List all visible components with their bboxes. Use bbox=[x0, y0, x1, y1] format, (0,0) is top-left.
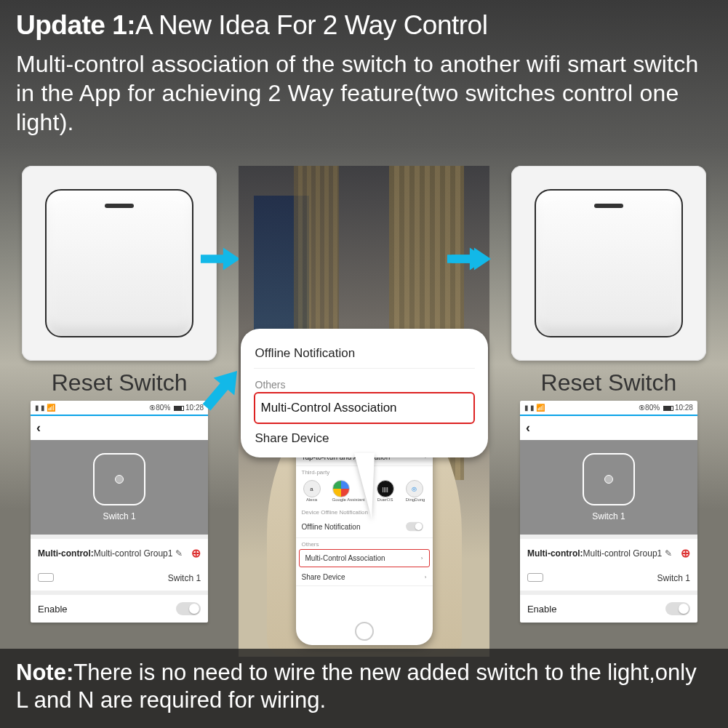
phone-mock-left: ▮ ▮ 📶 ⦿80% 10:28 ‹ Switch 1 Multi-contro… bbox=[31, 401, 208, 623]
note-prefix: Note: bbox=[16, 660, 73, 685]
arrow-right-icon bbox=[199, 244, 241, 273]
back-button[interactable]: ‹ bbox=[520, 416, 697, 440]
rocker-button[interactable] bbox=[535, 189, 683, 337]
device-preview: Switch 1 bbox=[31, 440, 208, 535]
multicontrol-row[interactable]: Multi-control:Multi-control Group1 ✎ ⊕ bbox=[31, 535, 208, 567]
device-preview: Switch 1 bbox=[520, 440, 697, 535]
switch-label-right: Reset Switch bbox=[541, 369, 677, 396]
status-bar: ▮ ▮ 📶 ⦿80% 10:28 bbox=[31, 401, 208, 416]
signal-icons: ▮ ▮ 📶 bbox=[35, 404, 55, 412]
phone-mock-right: ▮ ▮ 📶 ⦿80% 10:28 ‹ Switch 1 Multi-contro… bbox=[520, 401, 697, 623]
callout-bubble: Offline Notification Others Multi-Contro… bbox=[241, 329, 488, 457]
center-column: Tap-to-Run and Automation› Third-party a… bbox=[239, 166, 489, 657]
page-subtitle: Multi-control association of the switch … bbox=[0, 47, 728, 143]
google-assistant-icon[interactable] bbox=[332, 480, 350, 497]
enable-row: Enable bbox=[520, 591, 697, 623]
enable-row: Enable bbox=[31, 591, 208, 623]
battery-time: ⦿80% 10:28 bbox=[639, 404, 693, 412]
mca-row[interactable]: Multi-Control Association› bbox=[299, 549, 430, 567]
dingdong-icon[interactable]: ◎ bbox=[406, 480, 423, 497]
callout-others-label: Others bbox=[254, 369, 475, 392]
mini-switch-icon bbox=[38, 573, 54, 582]
left-column: Reset Switch ▮ ▮ 📶 ⦿80% 10:28 ‹ Switch 1 bbox=[0, 166, 239, 657]
home-button-icon[interactable] bbox=[355, 622, 374, 641]
sim-icon: ▮ bbox=[524, 404, 529, 412]
sim-icon: ▮ bbox=[35, 404, 39, 412]
status-bar: ▮ ▮ 📶 ⦿80% 10:28 bbox=[520, 401, 697, 416]
back-button[interactable]: ‹ bbox=[31, 416, 208, 440]
mc-label: Multi-control: bbox=[38, 548, 94, 559]
others-label: Others bbox=[296, 538, 433, 548]
device-name-label: Switch 1 bbox=[592, 511, 625, 521]
switch-item-row[interactable]: Switch 1 bbox=[520, 567, 697, 591]
title-rest: A New Idea For 2 Way Control bbox=[135, 10, 487, 40]
toggle-icon[interactable] bbox=[176, 602, 201, 615]
toggle-icon[interactable] bbox=[665, 602, 690, 615]
callout-tail bbox=[354, 453, 375, 519]
toggle-icon[interactable] bbox=[406, 522, 423, 532]
plus-icon[interactable]: ⊕ bbox=[191, 546, 201, 560]
signal-icon: ▮ bbox=[530, 404, 535, 412]
signal-icon: ▮ bbox=[41, 404, 45, 412]
share-row[interactable]: Share Device› bbox=[296, 569, 433, 586]
page-title: Update 1:A New Idea For 2 Way Control bbox=[0, 0, 728, 47]
device-power-button[interactable] bbox=[93, 453, 145, 505]
main-columns: Reset Switch ▮ ▮ 📶 ⦿80% 10:28 ‹ Switch 1 bbox=[0, 166, 728, 657]
battery-time: ⦿80% 10:28 bbox=[149, 404, 204, 412]
callout-share: Share Device bbox=[254, 424, 475, 446]
callout-offline: Offline Notification bbox=[254, 339, 475, 369]
mini-switch-icon bbox=[527, 573, 543, 582]
edit-icon[interactable]: ✎ bbox=[665, 548, 672, 559]
mc-value: Multi-control Group1 bbox=[94, 548, 173, 559]
alexa-icon[interactable]: a bbox=[303, 480, 321, 497]
edit-icon[interactable]: ✎ bbox=[175, 548, 183, 559]
multicontrol-row[interactable]: Multi-control:Multi-control Group1 ✎ ⊕ bbox=[520, 535, 697, 567]
switch-item-row[interactable]: Switch 1 bbox=[31, 567, 208, 591]
enable-label: Enable bbox=[38, 604, 67, 615]
physical-switch-right bbox=[511, 166, 706, 361]
rocker-button[interactable] bbox=[45, 189, 193, 337]
device-name-label: Switch 1 bbox=[103, 511, 135, 521]
dueros-icon[interactable]: |||| bbox=[377, 480, 394, 497]
right-column: Reset Switch ▮ ▮ 📶 ⦿80% 10:28 ‹ Switch 1 bbox=[489, 166, 728, 657]
offline-row[interactable]: Offline Notification bbox=[296, 516, 433, 538]
plus-icon[interactable]: ⊕ bbox=[681, 546, 690, 560]
switch-label-left: Reset Switch bbox=[52, 369, 188, 396]
callout-mca[interactable]: Multi-Control Association bbox=[254, 392, 475, 424]
switch-item-label: Switch 1 bbox=[168, 573, 201, 583]
title-prefix: Update 1: bbox=[16, 10, 135, 40]
device-power-button[interactable] bbox=[583, 453, 635, 505]
note-body: There is no need to wire the new added s… bbox=[16, 660, 697, 713]
wifi-icon: 📶 bbox=[47, 404, 55, 412]
wifi-icon: 📶 bbox=[536, 404, 545, 412]
physical-switch-left bbox=[22, 166, 217, 361]
note-band: Note:There is no need to wire the new ad… bbox=[0, 649, 728, 729]
signal-icons: ▮ ▮ 📶 bbox=[524, 404, 545, 412]
arrow-right-icon bbox=[446, 244, 488, 273]
